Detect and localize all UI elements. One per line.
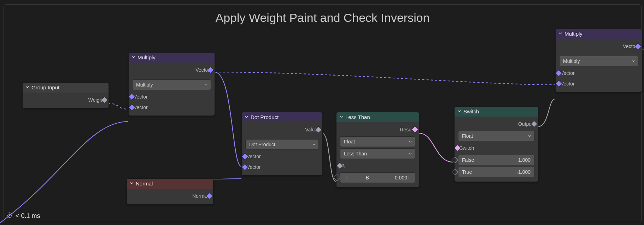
node-normal[interactable]: Normal Normal (127, 178, 213, 205)
true-field[interactable]: True -1.000 (458, 167, 534, 177)
node-title: Dot Product (251, 112, 279, 122)
field-value: 1.000 (510, 157, 531, 163)
false-field[interactable]: False 1.000 (458, 155, 534, 165)
node-title: Switch (463, 107, 479, 117)
chevron-down-icon (409, 139, 412, 144)
input-row: Vector (559, 78, 638, 89)
chevron-down-icon (204, 82, 208, 88)
select-value: Dot Product (249, 142, 275, 147)
chevron-down-icon (339, 112, 343, 122)
output-row: Output (458, 119, 534, 129)
output-row: Vector (559, 41, 638, 52)
select-value: Multiply (136, 82, 153, 88)
operation-select[interactable]: Less Than (340, 148, 415, 159)
operation-select[interactable]: Dot Product (245, 139, 319, 150)
node-dot-product[interactable]: Dot Product Value Dot Product Vector Vec… (241, 112, 323, 176)
field-value: -1.000 (510, 169, 531, 175)
field-label: True (462, 169, 480, 175)
chevron-down-icon (312, 142, 316, 147)
stopwatch-icon (6, 212, 13, 220)
chevron-down-icon (409, 151, 412, 156)
node-header[interactable]: Multiply (556, 29, 642, 39)
output-row: Value (245, 124, 319, 135)
chevron-down-icon (25, 82, 29, 92)
timing-text: < 0.1 ms (16, 212, 40, 220)
stepper-right-icon[interactable]: 〉 (407, 175, 411, 181)
input-row: Switch (458, 143, 534, 153)
node-header[interactable]: Less Than (336, 112, 419, 122)
node-title: Normal (136, 179, 153, 189)
frame-title: Apply Weight Paint and Check Inversion (4, 11, 641, 25)
node-canvas[interactable]: Apply Weight Paint and Check Inversion G… (0, 0, 644, 225)
select-value: Multiply (563, 58, 580, 64)
output-row: Weight (26, 95, 105, 105)
stepper-left-icon[interactable]: 〈 (344, 175, 348, 181)
node-group-input[interactable]: Group Input Weight (22, 82, 109, 108)
chevron-down-icon (131, 52, 135, 62)
input-row: Vector (245, 162, 319, 172)
field-value: 0.000 (387, 175, 407, 180)
node-title: Multiply (564, 29, 582, 39)
input-row: Vector (132, 102, 211, 113)
node-header[interactable]: Multiply (129, 53, 215, 63)
node-switch[interactable]: Switch Output Float Switch False 1.000 T… (454, 106, 538, 182)
type-select[interactable]: Float (340, 136, 415, 147)
svg-line-3 (11, 213, 12, 214)
input-row: Vector (559, 68, 638, 78)
node-title: Less Than (345, 112, 370, 122)
operation-select[interactable]: Multiply (559, 56, 638, 66)
node-title: Group Input (31, 83, 59, 93)
field-label: False (462, 157, 480, 163)
operation-select[interactable]: Multiply (132, 79, 211, 90)
node-title: Multiply (137, 53, 156, 63)
input-row: Vector (245, 151, 319, 162)
chevron-down-icon (130, 178, 134, 188)
field-label: B (348, 175, 387, 180)
node-less-than[interactable]: Less Than Result Float Less Than A 〈 B 0… (336, 112, 419, 188)
select-value: Float (462, 133, 473, 139)
select-value: Less Than (344, 151, 367, 156)
chevron-down-icon (558, 29, 562, 39)
chevron-down-icon (632, 58, 635, 64)
output-row: Vector (132, 65, 211, 75)
output-row: Result (340, 124, 415, 135)
b-field[interactable]: 〈 B 0.000 〉 (340, 172, 415, 183)
node-multiply-2[interactable]: Multiply Vector Multiply Vector Vector (555, 29, 642, 92)
input-row: A (340, 160, 415, 171)
chevron-down-icon (245, 112, 248, 122)
node-header[interactable]: Dot Product (242, 112, 322, 122)
node-multiply-1[interactable]: Multiply Vector Multiply Vector Vector (128, 52, 215, 116)
chevron-down-icon (528, 133, 531, 139)
node-header[interactable]: Normal (127, 179, 213, 189)
output-row: Normal (130, 191, 210, 201)
chevron-down-icon (457, 106, 461, 116)
select-value: Float (344, 139, 355, 144)
timing-display: < 0.1 ms (6, 212, 40, 220)
input-row: Vector (132, 91, 211, 102)
node-header[interactable]: Switch (455, 107, 538, 117)
type-select[interactable]: Float (458, 131, 534, 141)
node-header[interactable]: Group Input (23, 83, 109, 93)
